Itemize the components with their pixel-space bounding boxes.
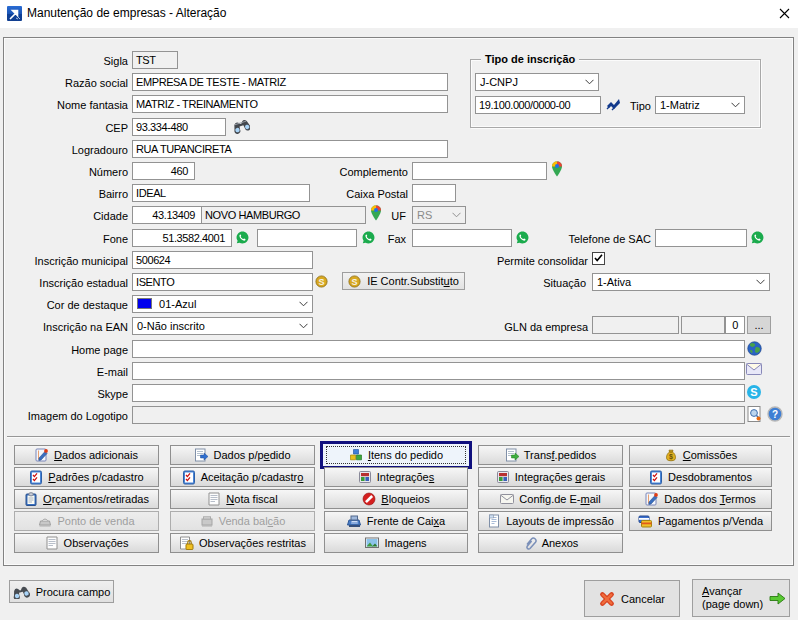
svg-text:S: S [750,386,757,398]
svg-text:S: S [318,277,324,287]
svg-text:?: ? [772,409,778,420]
svg-text:S: S [352,276,358,286]
